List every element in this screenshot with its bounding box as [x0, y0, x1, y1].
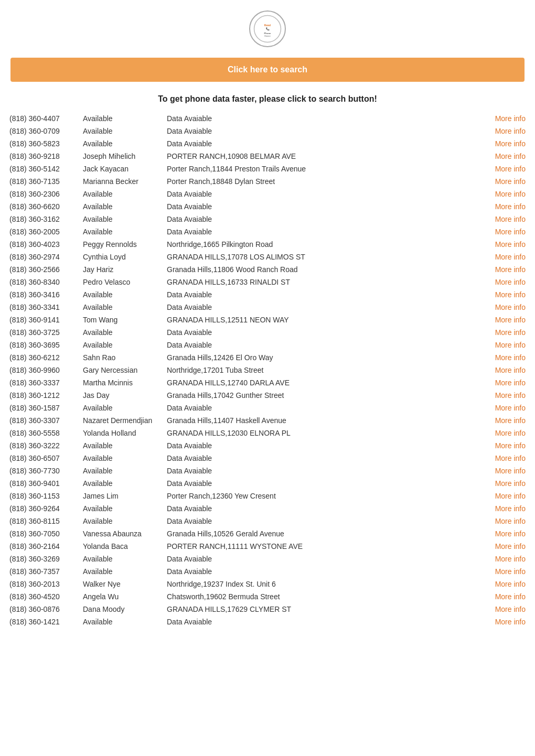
more-info-button[interactable]: More info	[488, 339, 530, 351]
owner-name: Available	[79, 553, 163, 565]
more-info-button[interactable]: More info	[488, 376, 530, 389]
more-info-button[interactable]: More info	[488, 439, 530, 452]
owner-name: Available	[79, 125, 163, 137]
more-info-button[interactable]: More info	[488, 188, 530, 200]
more-info-button[interactable]: More info	[488, 540, 530, 553]
phone-number: (818) 360-1212	[5, 389, 79, 402]
phone-number: (818) 360-4520	[5, 590, 79, 603]
more-info-button[interactable]: More info	[488, 414, 530, 427]
phone-number: (818) 360-3337	[5, 376, 79, 389]
more-info-button[interactable]: More info	[488, 326, 530, 339]
phone-number: (818) 360-1421	[5, 615, 79, 628]
owner-name: Cynthia Loyd	[79, 251, 163, 263]
owner-name: Vanessa Abaunza	[79, 527, 163, 540]
more-info-button[interactable]: More info	[488, 175, 530, 188]
more-info-button[interactable]: More info	[488, 578, 530, 590]
owner-name: Available	[79, 615, 163, 628]
phone-number: (818) 360-6507	[5, 452, 79, 465]
more-info-button[interactable]: More info	[488, 263, 530, 276]
more-info-button[interactable]: More info	[488, 590, 530, 603]
owner-address: Porter Ranch,11844 Preston Trails Avenue	[163, 163, 488, 175]
table-row: (818) 360-8340Pedro VelascoGRANADA HILLS…	[5, 276, 530, 288]
more-info-button[interactable]: More info	[488, 615, 530, 628]
more-info-button[interactable]: More info	[488, 351, 530, 364]
owner-address: Data Avaiable	[163, 565, 488, 578]
owner-name: Available	[79, 225, 163, 238]
owner-address: PORTER RANCH,10908 BELMAR AVE	[163, 150, 488, 163]
more-info-button[interactable]: More info	[488, 137, 530, 150]
more-info-button[interactable]: More info	[488, 150, 530, 163]
owner-address: Data Avaiable	[163, 553, 488, 565]
table-row: (818) 360-1587AvailableData AvaiableMore…	[5, 402, 530, 414]
results-table-wrapper: (818) 360-4407AvailableData AvaiableMore…	[0, 112, 535, 628]
more-info-button[interactable]: More info	[488, 502, 530, 515]
owner-name: Joseph Mihelich	[79, 150, 163, 163]
table-row: (818) 360-0709AvailableData AvaiableMore…	[5, 125, 530, 137]
more-info-button[interactable]: More info	[488, 565, 530, 578]
more-info-button[interactable]: More info	[488, 527, 530, 540]
page-subtitle: To get phone data faster, please click t…	[0, 94, 535, 104]
more-info-button[interactable]: More info	[488, 553, 530, 565]
table-row: (818) 360-8115AvailableData AvaiableMore…	[5, 515, 530, 527]
more-info-button[interactable]: More info	[488, 125, 530, 137]
owner-name: Available	[79, 188, 163, 200]
table-row: (818) 360-3341AvailableData AvaiableMore…	[5, 301, 530, 314]
owner-name: Available	[79, 213, 163, 225]
more-info-button[interactable]: More info	[488, 427, 530, 439]
more-info-button[interactable]: More info	[488, 314, 530, 326]
phone-number: (818) 360-2566	[5, 263, 79, 276]
more-info-button[interactable]: More info	[488, 364, 530, 376]
table-row: (818) 360-0876Dana MoodyGRANADA HILLS,17…	[5, 603, 530, 615]
table-row: (818) 360-3416AvailableData AvaiableMore…	[5, 288, 530, 301]
owner-name: Jack Kayacan	[79, 163, 163, 175]
search-bar[interactable]: Click here to search	[10, 58, 525, 82]
phone-number: (818) 360-3416	[5, 288, 79, 301]
table-row: (818) 360-2013Walker NyeNorthridge,19237…	[5, 578, 530, 590]
owner-address: Northridge,1665 Pilkington Road	[163, 238, 488, 251]
table-row: (818) 360-4023Peggy RennoldsNorthridge,1…	[5, 238, 530, 251]
more-info-button[interactable]: More info	[488, 276, 530, 288]
table-row: (818) 360-5823AvailableData AvaiableMore…	[5, 137, 530, 150]
more-info-button[interactable]: More info	[488, 452, 530, 465]
more-info-button[interactable]: More info	[488, 603, 530, 615]
more-info-button[interactable]: More info	[488, 200, 530, 213]
more-info-button[interactable]: More info	[488, 238, 530, 251]
phone-number: (818) 360-9218	[5, 150, 79, 163]
table-row: (818) 360-2566Jay HarizGranada Hills,118…	[5, 263, 530, 276]
search-link[interactable]: Click here to search	[228, 65, 307, 74]
more-info-button[interactable]: More info	[488, 213, 530, 225]
owner-address: Data Avaiable	[163, 477, 488, 490]
more-info-button[interactable]: More info	[488, 465, 530, 477]
phone-number: (818) 360-3307	[5, 414, 79, 427]
table-row: (818) 360-3725AvailableData AvaiableMore…	[5, 326, 530, 339]
phone-number: (818) 360-3725	[5, 326, 79, 339]
owner-address: Granada Hills,12426 El Oro Way	[163, 351, 488, 364]
owner-name: Available	[79, 477, 163, 490]
owner-name: Available	[79, 502, 163, 515]
phone-number: (818) 360-2013	[5, 578, 79, 590]
phone-number: (818) 360-7730	[5, 465, 79, 477]
more-info-button[interactable]: More info	[488, 225, 530, 238]
owner-address: Data Avaiable	[163, 465, 488, 477]
more-info-button[interactable]: More info	[488, 477, 530, 490]
phone-number: (818) 360-5823	[5, 137, 79, 150]
owner-name: Nazaret Dermendjian	[79, 414, 163, 427]
phone-number: (818) 360-8340	[5, 276, 79, 288]
more-info-button[interactable]: More info	[488, 490, 530, 502]
table-row: (818) 360-1421AvailableData AvaiableMore…	[5, 615, 530, 628]
table-row: (818) 360-4407AvailableData AvaiableMore…	[5, 112, 530, 125]
more-info-button[interactable]: More info	[488, 112, 530, 125]
more-info-button[interactable]: More info	[488, 389, 530, 402]
more-info-button[interactable]: More info	[488, 288, 530, 301]
table-row: (818) 360-7050Vanessa AbaunzaGranada Hil…	[5, 527, 530, 540]
more-info-button[interactable]: More info	[488, 251, 530, 263]
more-info-button[interactable]: More info	[488, 402, 530, 414]
owner-address: Northridge,19237 Index St. Unit 6	[163, 578, 488, 590]
table-row: (818) 360-3695AvailableData AvaiableMore…	[5, 339, 530, 351]
table-row: (818) 360-9141Tom WangGRANADA HILLS,1251…	[5, 314, 530, 326]
more-info-button[interactable]: More info	[488, 301, 530, 314]
more-info-button[interactable]: More info	[488, 515, 530, 527]
owner-name: Available	[79, 439, 163, 452]
owner-name: Available	[79, 112, 163, 125]
more-info-button[interactable]: More info	[488, 163, 530, 175]
